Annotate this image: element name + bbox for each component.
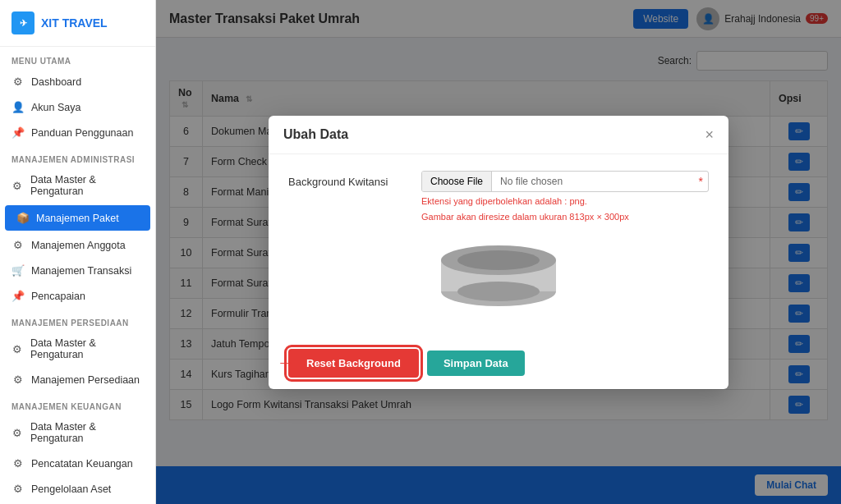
sidebar-item-pengelolaan-aset-label: Pengelolaan Aset <box>31 483 111 495</box>
modal-dialog: Ubah Data × Background Kwitansi Choose F… <box>269 116 728 389</box>
svg-point-3 <box>457 250 540 270</box>
pengelolaan-aset-icon: ⚙ <box>11 483 25 495</box>
akun-icon: 👤 <box>11 101 25 113</box>
sidebar-item-pencapaian-label: Pencapaian <box>31 291 85 302</box>
preview-image <box>425 236 572 309</box>
sidebar-item-data-master-persediaan[interactable]: ⚙ Data Master & Pengaturan <box>0 331 155 367</box>
modal-overlay: Ubah Data × Background Kwitansi Choose F… <box>156 0 841 504</box>
form-row-bg: Background Kwitansi Choose File No file … <box>288 171 709 224</box>
sidebar-item-manajemen-transaksi-label: Manajemen Transaksi <box>31 265 131 277</box>
sidebar: ✈ XIT TRAVEL MENU UTAMA ⚙ Dashboard 👤 Ak… <box>0 0 156 504</box>
manajemen-transaksi-icon: 🛒 <box>11 264 25 277</box>
sidebar-item-pengelolaan-aset[interactable]: ⚙ Pengelolaan Aset <box>0 476 155 502</box>
sidebar-logo: ✈ XIT TRAVEL <box>0 0 155 47</box>
required-mark: * <box>694 175 708 188</box>
manajemen-anggota-icon: ⚙ <box>11 239 25 251</box>
sidebar-item-pencapaian[interactable]: 📌 Pencapaian <box>0 283 155 309</box>
sidebar-item-manajemen-persediaan[interactable]: ⚙ Manajemen Persediaan <box>0 367 155 392</box>
save-data-button[interactable]: Simpan Data <box>427 351 525 376</box>
pencapaian-icon: 📌 <box>11 290 25 302</box>
arrow-indicator: → <box>277 352 295 373</box>
reset-background-button[interactable]: Reset Background <box>288 349 419 378</box>
panduan-icon: 📌 <box>11 126 25 139</box>
modal-footer: → Reset Background Simpan Data <box>269 337 728 389</box>
sidebar-item-akun[interactable]: 👤 Akun Saya <box>0 94 155 120</box>
logo-icon: ✈ <box>11 11 34 34</box>
data-master-admin-icon: ⚙ <box>11 180 24 192</box>
dashboard-icon: ⚙ <box>11 76 25 88</box>
sidebar-item-pencatatan-keuangan[interactable]: ⚙ Pencatatan Keuangan <box>0 451 155 476</box>
sidebar-item-manajemen-transaksi[interactable]: 🛒 Manajemen Transaksi <box>0 258 155 283</box>
sidebar-item-panduan[interactable]: 📌 Panduan Penggunaan <box>0 120 155 145</box>
sidebar-item-data-master-keuangan-label: Data Master & Pengaturan <box>30 421 144 444</box>
svg-point-4 <box>457 282 540 301</box>
modal-header: Ubah Data × <box>269 116 728 154</box>
data-master-keuangan-icon: ⚙ <box>11 427 24 439</box>
data-master-persediaan-icon: ⚙ <box>11 343 24 355</box>
section-manajemen-admin: MANAJEMEN ADMINISTRASI <box>0 145 155 167</box>
modal-title: Ubah Data <box>283 127 348 142</box>
image-preview <box>425 236 572 309</box>
main-content: Master Transaksi Paket Umrah Website 👤 E… <box>156 0 841 504</box>
file-name-display: No file chosen <box>492 172 694 191</box>
sidebar-item-dashboard-label: Dashboard <box>31 76 81 88</box>
sidebar-item-manajemen-paket[interactable]: 📦 Manajemen Paket <box>5 205 150 231</box>
sidebar-item-panduan-label: Panduan Penggunaan <box>31 127 133 139</box>
sidebar-item-manajemen-paket-label: Manajemen Paket <box>36 213 119 224</box>
bg-label: Background Kwitansi <box>288 171 411 188</box>
sidebar-item-data-master-admin[interactable]: ⚙ Data Master & Pengaturan <box>0 167 155 204</box>
manajemen-paket-icon: 📦 <box>16 212 30 224</box>
modal-body: Background Kwitansi Choose File No file … <box>269 154 728 337</box>
sidebar-item-manajemen-anggota-label: Manajemen Anggota <box>31 240 126 251</box>
modal-close-button[interactable]: × <box>705 127 714 142</box>
sidebar-item-data-master-keuangan[interactable]: ⚙ Data Master & Pengaturan <box>0 415 155 451</box>
sidebar-item-pencatatan-keuangan-label: Pencatatan Keuangan <box>31 458 133 470</box>
app-name: XIT TRAVEL <box>41 16 108 30</box>
form-control-wrap: Choose File No file chosen * Ektensi yan… <box>421 171 709 224</box>
sidebar-item-manajemen-anggota[interactable]: ⚙ Manajemen Anggota <box>0 232 155 258</box>
sidebar-item-manajemen-persediaan-label: Manajemen Persediaan <box>31 374 140 386</box>
file-hint2: Gambar akan diresize dalam ukuran 813px … <box>421 210 709 224</box>
sidebar-item-akun-label: Akun Saya <box>31 102 80 113</box>
sidebar-item-dashboard[interactable]: ⚙ Dashboard <box>0 69 155 94</box>
section-manajemen-persediaan: MANAJEMEN PERSEDIAAN <box>0 309 155 331</box>
file-hint1: Ektensi yang diperbolehkan adalah : png. <box>421 195 709 208</box>
choose-file-button[interactable]: Choose File <box>422 172 492 191</box>
section-manajemen-keuangan: MANAJEMEN KEUANGAN <box>0 392 155 415</box>
sidebar-item-data-master-persediaan-label: Data Master & Pengaturan <box>30 337 144 360</box>
manajemen-persediaan-icon: ⚙ <box>11 373 25 386</box>
file-input-row: Choose File No file chosen * <box>421 171 709 192</box>
sidebar-item-data-master-admin-label: Data Master & Pengaturan <box>30 174 144 197</box>
pencatatan-keuangan-icon: ⚙ <box>11 457 25 470</box>
section-menu-utama: MENU UTAMA <box>0 47 155 69</box>
